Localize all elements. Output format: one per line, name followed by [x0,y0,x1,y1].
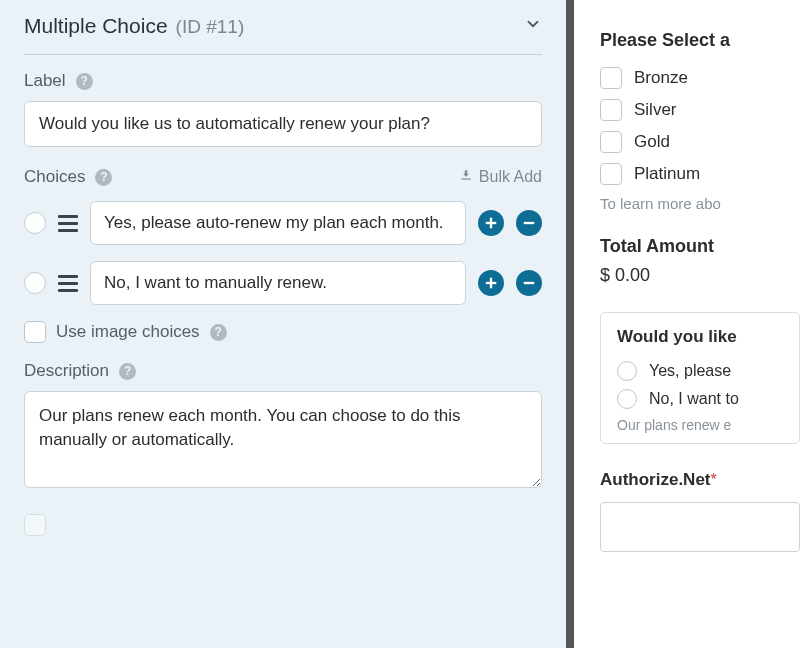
label-heading: Label [24,71,66,91]
option-label: Bronze [634,68,688,88]
plan-option[interactable]: Gold [600,131,800,153]
preview-question-box[interactable]: Would you like Yes, please No, I want to… [600,312,800,444]
svg-rect-4 [486,282,497,284]
required-star: * [711,471,717,488]
authorize-input[interactable] [600,502,800,552]
description-heading: Description [24,361,109,381]
total-amount-label: Total Amount [600,236,800,257]
svg-rect-2 [524,222,535,224]
image-choices-checkbox[interactable] [24,321,46,343]
learn-more-text: To learn more abo [600,195,800,212]
checkbox[interactable] [24,514,46,536]
bulk-add-link[interactable]: Bulk Add [459,168,542,186]
option-label: Yes, please [649,362,731,380]
default-radio[interactable] [24,212,46,234]
remove-choice-button[interactable] [516,210,542,236]
default-radio[interactable] [24,272,46,294]
checkbox[interactable] [600,131,622,153]
bulk-add-label: Bulk Add [479,168,542,186]
chevron-down-icon[interactable] [524,15,542,37]
option-label: Gold [634,132,670,152]
field-settings-panel: Multiple Choice (ID #11) Label ? Choices… [0,0,574,648]
choices-heading: Choices [24,167,85,187]
checkbox[interactable] [600,163,622,185]
option-label: No, I want to [649,390,739,408]
choice-row [24,261,542,305]
plan-option[interactable]: Silver [600,99,800,121]
help-icon[interactable]: ? [95,169,112,186]
plan-option[interactable]: Bronze [600,67,800,89]
choice-input[interactable] [90,201,466,245]
preview-select-heading: Please Select a [600,30,800,51]
option-label: Platinum [634,164,700,184]
question-heading: Would you like [617,327,799,347]
download-icon [459,168,473,186]
panel-id-text: (ID #11) [176,16,245,38]
radio[interactable] [617,361,637,381]
image-choices-label: Use image choices [56,322,200,342]
add-choice-button[interactable] [478,210,504,236]
authorize-label: Authorize.Net [600,470,711,489]
radio[interactable] [617,389,637,409]
svg-rect-1 [486,222,497,224]
checkbox[interactable] [600,99,622,121]
question-option[interactable]: Yes, please [617,361,799,381]
description-input[interactable] [24,391,542,488]
image-choices-row: Use image choices ? [24,321,542,343]
help-icon[interactable]: ? [210,324,227,341]
help-icon[interactable]: ? [76,73,93,90]
choice-input[interactable] [90,261,466,305]
option-label: Silver [634,100,677,120]
plan-option[interactable]: Platinum [600,163,800,185]
help-icon[interactable]: ? [119,363,136,380]
add-choice-button[interactable] [478,270,504,296]
checkbox[interactable] [600,67,622,89]
svg-rect-5 [524,282,535,284]
choice-row [24,201,542,245]
question-desc: Our plans renew e [617,417,799,433]
form-preview-panel: Please Select a Bronze Silver Gold Plati… [574,0,800,648]
remove-choice-button[interactable] [516,270,542,296]
drag-handle-icon[interactable] [58,275,78,292]
drag-handle-icon[interactable] [58,215,78,232]
panel-title: Multiple Choice [24,14,168,38]
authorize-field: Authorize.Net* [600,470,800,552]
question-option[interactable]: No, I want to [617,389,799,409]
total-amount-value: $ 0.00 [600,265,800,286]
label-input[interactable] [24,101,542,147]
panel-header[interactable]: Multiple Choice (ID #11) [24,14,542,55]
plan-options-group: Bronze Silver Gold Platinum [600,67,800,185]
